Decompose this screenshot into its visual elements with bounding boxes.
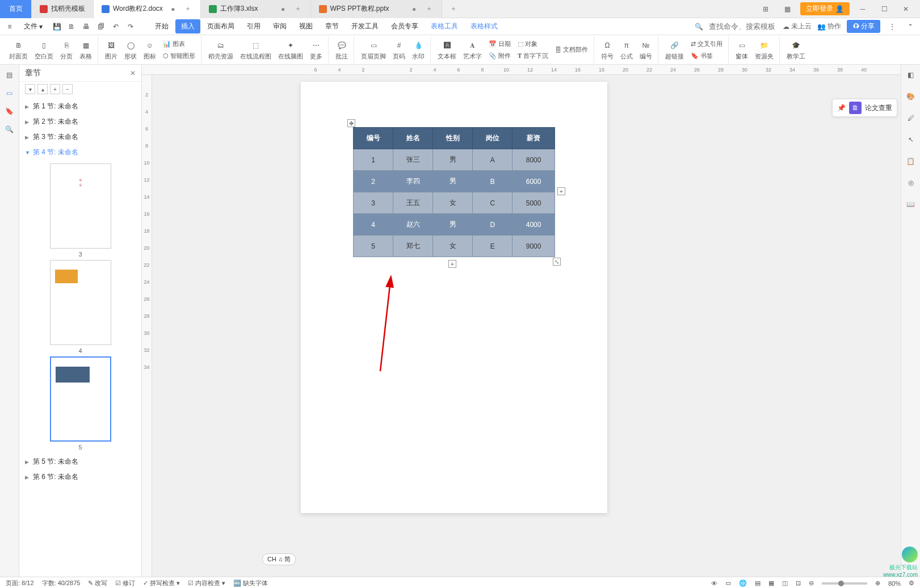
content-check-button[interactable]: ☑ 内容检查 ▾ xyxy=(188,579,225,587)
table-cell[interactable]: 3 xyxy=(354,192,393,214)
page-thumbnail-3[interactable]: ≡≡ xyxy=(50,163,111,249)
section-item-2[interactable]: ▶第 2 节: 未命名 xyxy=(19,114,141,129)
document-page[interactable]: ✥ 编号 姓名 性别 岗位 薪资 1张三男A80002李四男B60003王五女C… xyxy=(301,82,607,513)
target-icon[interactable]: ◎ xyxy=(904,176,918,190)
zoom-slider[interactable] xyxy=(822,582,867,585)
table-cell[interactable]: 2 xyxy=(354,171,393,192)
spellcheck-button[interactable]: ✓ 拼写检查 ▾ xyxy=(143,579,180,587)
table-cell[interactable]: 5 xyxy=(354,236,393,257)
document-table[interactable]: 编号 姓名 性别 岗位 薪资 1张三男A80002李四男B60003王五女C50… xyxy=(353,127,555,257)
table-cell[interactable]: 4000 xyxy=(512,214,555,236)
undo-icon[interactable]: ↶ xyxy=(110,20,122,33)
table-move-handle[interactable]: ✥ xyxy=(347,119,355,127)
print-quick-icon[interactable]: 🗐 xyxy=(95,20,107,33)
minimize-button[interactable]: ─ xyxy=(854,1,871,17)
table-cell[interactable]: 4 xyxy=(354,214,393,236)
redo-icon[interactable]: ↷ xyxy=(124,20,137,33)
reading-icon[interactable]: 📖 xyxy=(904,198,918,211)
comment-button[interactable]: 💬批注 xyxy=(333,39,350,61)
bookmark-button[interactable]: 🔖 书签 xyxy=(688,51,725,61)
plagiarism-check-widget[interactable]: 📌 🗎 论文查重 xyxy=(832,99,897,117)
menu-start[interactable]: 开始 xyxy=(149,19,174,33)
chapter-panel-icon[interactable]: ▭ xyxy=(3,86,16,100)
table-cell[interactable]: 女 xyxy=(433,192,473,214)
collapse-right-icon[interactable]: ◧ xyxy=(904,68,918,82)
outline-icon[interactable]: ▤ xyxy=(3,68,16,82)
share-button[interactable]: ⮉ 分享 xyxy=(847,20,880,33)
table-add-col[interactable]: + xyxy=(557,187,565,195)
table-add-row[interactable]: + xyxy=(448,260,456,268)
table-row[interactable]: 2李四男B6000 xyxy=(354,171,555,192)
table-row[interactable]: 4赵六男D4000 xyxy=(354,214,555,236)
wordart-button[interactable]: 𝐀艺术字 xyxy=(461,39,484,61)
table-cell[interactable]: 男 xyxy=(433,149,473,171)
section-item-3[interactable]: ▶第 3 节: 未命名 xyxy=(19,129,141,145)
grid-icon[interactable]: ⊞ xyxy=(757,1,774,17)
split-view-icon[interactable]: ◫ xyxy=(782,579,788,587)
th-gender[interactable]: 性别 xyxy=(433,128,473,149)
flowchart-button[interactable]: ⬚在线流程图 xyxy=(238,39,274,61)
table-cell[interactable]: A xyxy=(473,149,512,171)
table-cell[interactable]: 王五 xyxy=(393,192,433,214)
resource-folder-button[interactable]: 📁资源夹 xyxy=(753,39,776,61)
more-menu-icon[interactable]: ⋮ xyxy=(886,20,898,33)
pin-icon[interactable]: 📌 xyxy=(837,104,846,112)
menu-reference[interactable]: 引用 xyxy=(241,19,266,33)
settings-icon[interactable]: ⚙ xyxy=(909,579,914,587)
fit-width-icon[interactable]: ⊡ xyxy=(796,579,801,587)
cloud-status[interactable]: ☁ 未上云 xyxy=(783,22,812,31)
print-layout-icon[interactable]: ▭ xyxy=(725,579,731,587)
menu-vip[interactable]: 会员专享 xyxy=(385,19,424,33)
reading-mode-icon[interactable]: 👁 xyxy=(711,580,717,587)
object-button[interactable]: ⬚ 对象 xyxy=(515,39,551,49)
bookmark-panel-icon[interactable]: 🔖 xyxy=(3,104,16,118)
outline-view-icon[interactable]: ▤ xyxy=(755,579,761,587)
select-panel-icon[interactable]: ↖ xyxy=(904,133,918,146)
save-icon[interactable]: 💾 xyxy=(51,20,63,33)
collab-button[interactable]: 👥 协作 xyxy=(817,22,841,31)
status-words[interactable]: 字数: 40/2875 xyxy=(42,579,81,587)
more-button[interactable]: ⋯更多 xyxy=(308,39,325,61)
menu-insert[interactable]: 插入 xyxy=(175,19,200,33)
resource-button[interactable]: 🗂稻壳资源 xyxy=(206,39,236,61)
apps-icon[interactable]: ▦ xyxy=(779,1,796,17)
page-thumbnail-5[interactable] xyxy=(50,356,111,442)
table-cell[interactable]: 郑七 xyxy=(393,236,433,257)
print-icon[interactable]: 🖶 xyxy=(80,20,93,33)
table-cell[interactable]: 5000 xyxy=(512,192,555,214)
blank-page-button[interactable]: ▯空白页 xyxy=(32,39,56,61)
window-button[interactable]: ▭窗体 xyxy=(733,39,750,61)
th-id[interactable]: 编号 xyxy=(354,128,393,149)
section-item-1[interactable]: ▶第 1 节: 未命名 xyxy=(19,99,141,114)
zoom-level[interactable]: 80% xyxy=(888,580,901,587)
file-menu[interactable]: 文件 ▾ xyxy=(18,20,48,33)
rewrite-button[interactable]: ✎ 改写 xyxy=(88,579,107,587)
shape-button[interactable]: ◯形状 xyxy=(122,39,139,61)
draft-view-icon[interactable]: ▦ xyxy=(768,579,774,587)
table-row[interactable]: 1张三男A8000 xyxy=(354,149,555,171)
table-cell[interactable]: C xyxy=(473,192,512,214)
menu-chapter[interactable]: 章节 xyxy=(320,19,345,33)
close-sidebar-icon[interactable]: ✕ xyxy=(130,69,136,77)
table-resize-handle[interactable]: ⤡ xyxy=(553,258,561,266)
attachment-button[interactable]: 📎 附件 xyxy=(486,51,513,61)
menu-devtools[interactable]: 开发工具 xyxy=(346,19,384,33)
collapse-ribbon-icon[interactable]: ⌃ xyxy=(904,20,917,33)
th-position[interactable]: 岗位 xyxy=(473,128,512,149)
tab-excel[interactable]: 工作簿3.xlsx ● ＋ xyxy=(201,0,311,18)
ime-indicator[interactable]: CH ♫ 简 xyxy=(262,553,296,565)
table-cell[interactable]: 男 xyxy=(433,214,473,236)
table-cell[interactable]: 6000 xyxy=(512,171,555,192)
command-search-input[interactable] xyxy=(709,22,777,31)
expand-all-icon[interactable]: ▴ xyxy=(37,84,48,94)
table-cell[interactable]: 9000 xyxy=(512,236,555,257)
docpart-button[interactable]: 🗄 文档部件 xyxy=(553,44,590,55)
section-item-6[interactable]: ▶第 6 节: 未命名 xyxy=(19,469,141,485)
page-number-button[interactable]: #页码 xyxy=(390,39,408,61)
menu-layout[interactable]: 页面布局 xyxy=(201,19,240,33)
status-page[interactable]: 页面: 8/12 xyxy=(6,579,34,587)
table-cell[interactable]: 张三 xyxy=(393,149,433,171)
menu-table-tool[interactable]: 表格工具 xyxy=(425,19,464,33)
textbox-button[interactable]: 🅰文本框 xyxy=(435,39,459,61)
table-cell[interactable]: 李四 xyxy=(393,171,433,192)
